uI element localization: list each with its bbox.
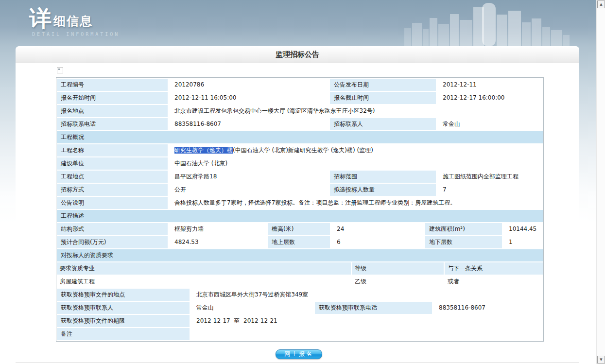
table-row: 获取资格预审文件的地点北京市西城区阜外大街37号过桥宾馆349室: [57, 289, 543, 301]
field-value: 常金山: [437, 118, 543, 130]
field-label: 招标联系人: [330, 118, 436, 130]
field-label: 招标方式: [57, 184, 168, 196]
section-row: 对投标人的资质要求: [57, 249, 543, 261]
table-row: 结构形式框架剪力墙檐高(米)24建筑面积(m²)10144.45: [57, 223, 543, 235]
placeholder-dot: [58, 69, 60, 70]
field-value: 施工图纸范围内全部监理工程: [437, 171, 543, 183]
field-value: 研究生教学（逸夫）楼(中国石油大学 (北京)新建研究生教学 (逸夫)楼) (监理…: [169, 144, 543, 156]
field-value: 2012-12-17 至 2012-12-21: [190, 315, 543, 327]
value-text: (中国石油大学 (北京)新建研究生教学 (逸夫)楼) (监理): [233, 147, 373, 154]
site-logo: 详 细信息 DETAIL INFORMATION: [29, 7, 120, 37]
field-label: 招标联系电话: [57, 118, 168, 130]
section-row: 工程概况: [57, 131, 543, 143]
field-label: 建筑面积(m²): [425, 223, 502, 235]
scroll-up-icon[interactable]: ▲: [597, 0, 605, 8]
section-header: 工程概况: [57, 131, 543, 143]
table-row: 工程地点昌平区府学路18招标范围施工图纸范围内全部监理工程: [57, 171, 543, 183]
field-label: 工程地点: [57, 171, 168, 183]
field-value: 1: [503, 236, 543, 248]
field-label: 报名地点: [57, 105, 168, 117]
field-label: 预计合同额(万元): [57, 236, 168, 248]
logo-subtitle: DETAIL INFORMATION: [32, 32, 120, 37]
table-row: 工程名称研究生教学（逸夫）楼(中国石油大学 (北京)新建研究生教学 (逸夫)楼)…: [57, 144, 543, 156]
table-row: 工程编号20120786公告发布日期2012-12-11: [57, 79, 543, 91]
field-value: 或者: [445, 276, 543, 288]
vertical-scrollbar[interactable]: ▲ ▼: [596, 0, 605, 364]
table-row: 获取资格预审联系人常金山获取资格预审联系电话88358116-8607: [57, 302, 543, 314]
submit-area: 网上报名: [56, 348, 542, 359]
table-row: 房屋建筑工程乙级或者: [57, 276, 543, 288]
online-register-button[interactable]: 网上报名: [276, 349, 322, 359]
field-value: 10144.45: [503, 223, 543, 235]
field-label: 报名截止时间: [330, 92, 436, 104]
field-label: 备注: [57, 328, 190, 340]
field-value: 2012-12-17 16:00:00: [437, 92, 543, 104]
field-value: 合格投标人数量多于7家时，择优选择7家投标。备注：项目总监：注册监理工程师专业类…: [169, 197, 543, 209]
field-value: [190, 328, 543, 340]
table-row: 招标方式公开拟选投标人数量7: [57, 184, 543, 196]
field-value: 2012-12-11: [437, 79, 543, 91]
field-value: 房屋建筑工程: [57, 276, 351, 288]
column-header: 要求资质专业: [57, 262, 351, 275]
section-header: 工程描述: [57, 210, 543, 222]
section-header: 对投标人的资质要求: [57, 249, 543, 261]
table-row: 建设单位中国石油大学 (北京): [57, 157, 543, 170]
field-label: 获取资格预审文件的地点: [57, 289, 190, 301]
field-value: 88358116-8607: [433, 302, 543, 314]
field-value: 6: [331, 236, 424, 248]
field-label: 公告发布日期: [330, 79, 436, 91]
table-row: 报名开始时间2012-12-11 16:05:00报名截止时间2012-12-1…: [57, 92, 543, 104]
field-value: 乙级: [352, 276, 444, 288]
broken-image-placeholder-icon: [57, 67, 63, 73]
section-row: 工程描述: [57, 210, 543, 222]
table-row: 获取资格预审文件的期限2012-12-17 至 2012-12-21: [57, 315, 543, 327]
field-label: 檐高(米): [268, 223, 330, 235]
page-title: 监理招标公告: [16, 46, 579, 63]
field-label: 公告说明: [57, 197, 168, 209]
field-label: 拟选投标人数量: [330, 184, 436, 196]
field-value: 昌平区府学路18: [169, 171, 329, 183]
detail-table: 工程编号20120786公告发布日期2012-12-11报名开始时间2012-1…: [56, 77, 544, 342]
table-row: 公告说明合格投标人数量多于7家时，择优选择7家投标。备注：项目总监：注册监理工程…: [57, 197, 543, 209]
content-panel: 监理招标公告 工程编号20120786公告发布日期2012-12-11报名开始时…: [16, 46, 579, 363]
field-label: 获取资格预审文件的期限: [57, 315, 190, 327]
field-label: 获取资格预审联系人: [57, 302, 190, 314]
field-value: 框架剪力墙: [169, 223, 267, 235]
field-value: 20120786: [169, 79, 329, 91]
field-value: 公开: [169, 184, 329, 196]
field-label: 工程名称: [57, 144, 168, 156]
field-label: 地上层数: [268, 236, 330, 248]
field-label: 报名开始时间: [57, 92, 168, 104]
page-header: 详 细信息 DETAIL INFORMATION: [0, 0, 596, 46]
field-label: 结构形式: [57, 223, 168, 235]
field-value: 7: [437, 184, 543, 196]
field-value: 北京市建设工程发包承包交易中心一楼大厅 (海淀区清华东路东王庄小区32号): [169, 105, 543, 117]
logo-main-char: 详: [29, 7, 52, 30]
selected-text: 研究生教学（逸夫）楼: [174, 147, 233, 154]
field-label: 招标范围: [330, 171, 436, 183]
field-value: 中国石油大学 (北京): [169, 157, 543, 170]
table-row: 招标联系电话88358116-8607招标联系人常金山: [57, 118, 543, 130]
field-value: 2012-12-11 16:05:00: [169, 92, 329, 104]
column-header: 与下一条关系: [445, 262, 543, 275]
field-label: 工程编号: [57, 79, 168, 91]
table-row: 要求资质专业等级与下一条关系: [57, 262, 543, 275]
table-row: 报名地点北京市建设工程发包承包交易中心一楼大厅 (海淀区清华东路东王庄小区32号…: [57, 105, 543, 117]
field-value: 北京市西城区阜外大街37号过桥宾馆349室: [190, 289, 543, 301]
field-label: 获取资格预审联系电话: [315, 302, 432, 314]
table-row: 预计合同额(万元)4824.53地上层数6地下层数1: [57, 236, 543, 248]
logo-rest-text: 细信息: [53, 15, 93, 28]
field-label: 地下层数: [425, 236, 502, 248]
field-value: 24: [331, 223, 424, 235]
field-value: 88358116-8607: [169, 118, 329, 130]
city-skyline-graphic: [404, 0, 570, 46]
field-label: 建设单位: [57, 157, 168, 170]
scroll-down-icon[interactable]: ▼: [597, 356, 605, 364]
table-row: 备注: [57, 328, 543, 340]
field-value: 4824.53: [169, 236, 267, 248]
field-value: 常金山: [190, 302, 314, 314]
column-header: 等级: [352, 262, 444, 275]
